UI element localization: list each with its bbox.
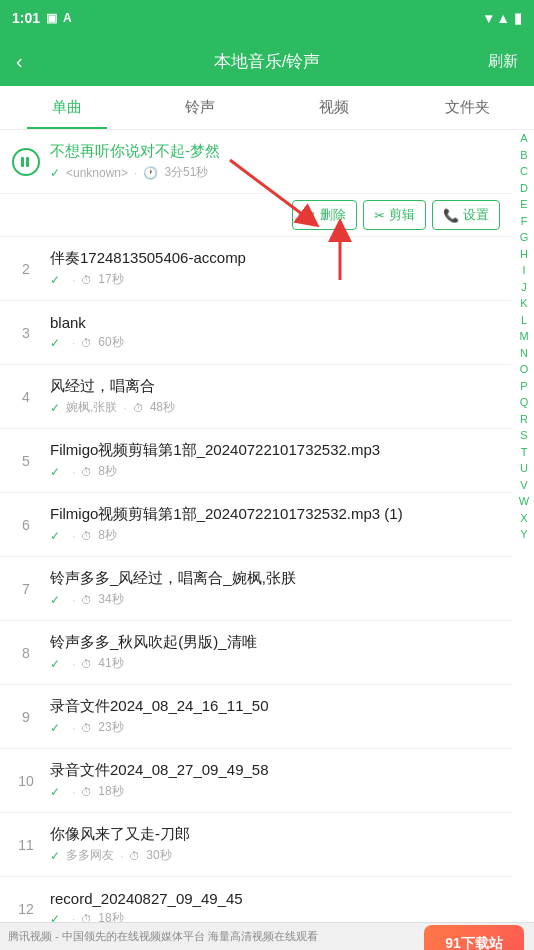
song-meta-10: ✓ · ⏱ 18秒	[50, 783, 492, 800]
song-info-2: 伴奏1724813505406-accomp ✓ · ⏱ 17秒	[40, 241, 500, 296]
song-item-5[interactable]: 5 Filmigo视频剪辑第1部_20240722101732532.mp3 ✓…	[0, 429, 512, 493]
verified-icon-1: ✓	[50, 166, 60, 180]
alpha-S[interactable]: S	[520, 427, 527, 444]
song-meta-8: ✓ · ⏱ 41秒	[50, 655, 492, 672]
song-info-3: blank ✓ · ⏱ 60秒	[40, 306, 500, 359]
header: ‹ 本地音乐/铃声 刷新	[0, 36, 534, 86]
signal-icon: ▲	[496, 10, 510, 26]
clock-icon-1: 🕐	[143, 166, 158, 180]
verified-icon-3: ✓	[50, 336, 60, 350]
song-duration-9: 23秒	[98, 719, 123, 736]
song-title-4: 风经过，唱离合	[50, 377, 492, 396]
action-buttons-bar: 🗑 删除 ✂ 剪辑 📞 设置	[0, 194, 512, 237]
alpha-F[interactable]: F	[521, 213, 528, 230]
back-button[interactable]: ‹	[16, 50, 52, 73]
edit-button[interactable]: ✂ 剪辑	[363, 200, 426, 230]
alpha-J[interactable]: J	[521, 279, 527, 296]
songs-container: 2 伴奏1724813505406-accomp ✓ · ⏱ 17秒 3 bla…	[0, 237, 512, 950]
song-duration-3: 60秒	[98, 334, 123, 351]
alpha-C[interactable]: C	[520, 163, 528, 180]
alpha-B[interactable]: B	[520, 147, 527, 164]
song-title-10: 录音文件2024_08_27_09_49_58	[50, 761, 492, 780]
song-title-12: record_20240827_09_49_45	[50, 890, 492, 907]
song-item-2[interactable]: 2 伴奏1724813505406-accomp ✓ · ⏱ 17秒	[0, 237, 512, 301]
clock-icon-9: ⏱	[81, 722, 92, 734]
verified-icon-4: ✓	[50, 401, 60, 415]
song-item-9[interactable]: 9 录音文件2024_08_24_16_11_50 ✓ · ⏱ 23秒	[0, 685, 512, 749]
song-item-6[interactable]: 6 Filmigo视频剪辑第1部_20240722101732532.mp3 (…	[0, 493, 512, 557]
song-item-1[interactable]: 不想再听你说对不起-梦然 ✓ <unknown> · 🕐 3分51秒	[0, 130, 512, 194]
song-title-2: 伴奏1724813505406-accomp	[50, 249, 492, 268]
song-item-4[interactable]: 4 风经过，唱离合 ✓ 婉枫,张朕 · ⏱ 48秒	[0, 365, 512, 429]
alpha-U[interactable]: U	[520, 460, 528, 477]
alpha-W[interactable]: W	[519, 493, 529, 510]
alpha-L[interactable]: L	[521, 312, 527, 329]
alpha-X[interactable]: X	[520, 510, 527, 527]
alpha-V[interactable]: V	[520, 477, 527, 494]
verified-icon-7: ✓	[50, 593, 60, 607]
song-title-5: Filmigo视频剪辑第1部_20240722101732532.mp3	[50, 441, 492, 460]
tab-ringtones[interactable]: 铃声	[134, 86, 268, 129]
alphabet-sidebar: ABCDEFGHIJKLMNOPQRSTUVWXY	[514, 130, 534, 543]
alpha-N[interactable]: N	[520, 345, 528, 362]
bottom-bar-text: 腾讯视频 - 中国领先的在线视频媒体平台 海量高清视频在线观看	[8, 929, 318, 944]
clock-icon-7: ⏱	[81, 594, 92, 606]
song-item-3[interactable]: 3 blank ✓ · ⏱ 60秒	[0, 301, 512, 365]
settings-button[interactable]: 📞 设置	[432, 200, 500, 230]
watermark: 91下载站 91xyz.net	[424, 925, 524, 950]
song-meta-9: ✓ · ⏱ 23秒	[50, 719, 492, 736]
song-number-10: 10	[12, 773, 40, 789]
alpha-P[interactable]: P	[520, 378, 527, 395]
song-number-5: 5	[12, 453, 40, 469]
phone-icon: 📞	[443, 208, 459, 223]
verified-icon-9: ✓	[50, 721, 60, 735]
delete-button[interactable]: 🗑 删除	[292, 200, 357, 230]
song-meta-3: ✓ · ⏱ 60秒	[50, 334, 492, 351]
song-item-8[interactable]: 8 铃声多多_秋风吹起(男版)_清唯 ✓ · ⏱ 41秒	[0, 621, 512, 685]
song-number-12: 12	[12, 901, 40, 917]
alpha-G[interactable]: G	[520, 229, 529, 246]
wifi-icon: ▾	[485, 10, 492, 26]
watermark-line1: 91下载站	[445, 934, 503, 950]
refresh-button[interactable]: 刷新	[482, 52, 518, 71]
song-meta-5: ✓ · ⏱ 8秒	[50, 463, 492, 480]
alpha-T[interactable]: T	[521, 444, 528, 461]
song-info-6: Filmigo视频剪辑第1部_20240722101732532.mp3 (1)…	[40, 497, 500, 552]
song-duration-5: 8秒	[98, 463, 117, 480]
clock-icon-10: ⏱	[81, 786, 92, 798]
song-info-5: Filmigo视频剪辑第1部_20240722101732532.mp3 ✓ ·…	[40, 433, 500, 488]
alpha-Y[interactable]: Y	[520, 526, 527, 543]
alpha-D[interactable]: D	[520, 180, 528, 197]
tab-singles[interactable]: 单曲	[0, 86, 134, 129]
song-number-4: 4	[12, 389, 40, 405]
alpha-H[interactable]: H	[520, 246, 528, 263]
alpha-Q[interactable]: Q	[520, 394, 529, 411]
alpha-I[interactable]: I	[522, 262, 525, 279]
song-meta-2: ✓ · ⏱ 17秒	[50, 271, 492, 288]
song-meta-1: ✓ <unknown> · 🕐 3分51秒	[50, 164, 492, 181]
pause-button[interactable]	[12, 148, 40, 176]
song-title-7: 铃声多多_风经过，唱离合_婉枫,张朕	[50, 569, 492, 588]
tab-video[interactable]: 视频	[267, 86, 401, 129]
scissors-icon: ✂	[374, 208, 385, 223]
status-time: 1:01	[12, 10, 40, 26]
song-artist-1: <unknown>	[66, 166, 128, 180]
alpha-K[interactable]: K	[520, 295, 527, 312]
tabs-bar: 单曲 铃声 视频 文件夹	[0, 86, 534, 130]
song-item-10[interactable]: 10 录音文件2024_08_27_09_49_58 ✓ · ⏱ 18秒	[0, 749, 512, 813]
alpha-A[interactable]: A	[520, 130, 527, 147]
tab-folder[interactable]: 文件夹	[401, 86, 535, 129]
alpha-R[interactable]: R	[520, 411, 528, 428]
song-number-11: 11	[12, 837, 40, 853]
song-artist-11: 多多网友	[66, 847, 114, 864]
alpha-E[interactable]: E	[520, 196, 527, 213]
clock-icon-11: ⏱	[129, 850, 140, 862]
alpha-M[interactable]: M	[519, 328, 528, 345]
verified-icon-2: ✓	[50, 273, 60, 287]
song-item-11[interactable]: 11 你像风来了又走-刀郎 ✓ 多多网友 · ⏱ 30秒	[0, 813, 512, 877]
verified-icon-10: ✓	[50, 785, 60, 799]
song-item-7[interactable]: 7 铃声多多_风经过，唱离合_婉枫,张朕 ✓ · ⏱ 34秒	[0, 557, 512, 621]
page-title: 本地音乐/铃声	[52, 50, 482, 73]
alpha-O[interactable]: O	[520, 361, 529, 378]
verified-icon-11: ✓	[50, 849, 60, 863]
